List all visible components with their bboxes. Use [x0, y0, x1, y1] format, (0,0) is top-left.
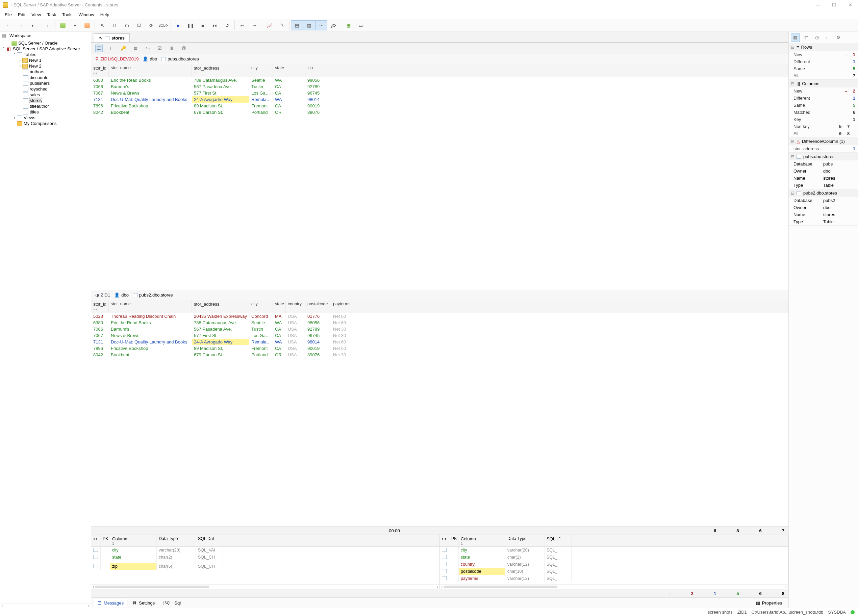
- tree-node-sales[interactable]: sales: [0, 92, 91, 98]
- table-row[interactable]: 6380Eric the Read Books788 Catamaugus Av…: [91, 77, 788, 84]
- undo-run-icon[interactable]: ↺: [221, 20, 233, 30]
- table-row[interactable]: 5023Thoreau Reading Discount Chain20435 …: [91, 313, 788, 320]
- table-row[interactable]: 7896Fricative Bookshop89 Madison St.Frem…: [91, 345, 788, 352]
- tree-node-titles[interactable]: titles: [0, 109, 91, 115]
- sync-left-icon[interactable]: ⇤: [236, 20, 248, 30]
- tree-node-stores[interactable]: stores: [0, 98, 91, 103]
- tree-node-new2[interactable]: ›New 2: [0, 63, 91, 69]
- hscroll-right[interactable]: ›: [88, 603, 90, 608]
- maximize-button[interactable]: ☐: [829, 2, 839, 8]
- menu-window[interactable]: Window: [76, 11, 96, 19]
- split-horizontal-icon[interactable]: ▤: [291, 20, 303, 30]
- schema-row[interactable]: postalcodechar(10)SQL_: [440, 568, 788, 575]
- db-add-button[interactable]: [57, 20, 69, 30]
- table-row[interactable]: 7896Fricative Bookshop89 Madison St.Frem…: [91, 103, 788, 109]
- window-icon[interactable]: ▭: [355, 20, 367, 30]
- chart-icon[interactable]: 📈: [263, 20, 276, 30]
- table-row[interactable]: 8042Bookbeat679 Carson St.PortlandOR8907…: [91, 109, 788, 115]
- prop-clock-icon[interactable]: ◷: [812, 33, 821, 42]
- prop-list-icon[interactable]: ≔: [823, 33, 832, 42]
- db-remove-button[interactable]: [81, 20, 93, 30]
- schema-row[interactable]: countryvarchar(12)SQL_: [440, 561, 788, 568]
- tree-node-views[interactable]: ›Views: [0, 115, 91, 121]
- grid-icon[interactable]: ▦: [342, 20, 355, 30]
- tab-messages[interactable]: ☰Messages: [94, 599, 127, 607]
- tree-node-new1[interactable]: ›New 1: [0, 57, 91, 63]
- nav-back-button[interactable]: ←: [2, 20, 14, 30]
- menu-view[interactable]: View: [29, 11, 44, 19]
- minimize-button[interactable]: —: [813, 2, 823, 8]
- save-icon[interactable]: 🖫: [133, 20, 145, 30]
- key2-icon[interactable]: 🗝: [144, 45, 151, 52]
- section-title: Columns: [802, 81, 819, 86]
- sql-refresh-icon[interactable]: SQL⟳: [157, 20, 169, 30]
- table-row[interactable]: 6380Eric the Read Books788 Catamaugus Av…: [91, 320, 788, 326]
- schema-row[interactable]: zipchar(5)SQL_CH: [91, 563, 440, 570]
- tree-node-tables[interactable]: ˅Tables: [0, 52, 91, 57]
- table-row[interactable]: 8042Bookbeat679 Carson St.PortlandORUSA8…: [91, 352, 788, 358]
- split-vertical-icon[interactable]: ▥: [303, 20, 315, 30]
- doc-icon[interactable]: 🗎: [168, 45, 176, 52]
- section-icon[interactable]: §⟳: [327, 20, 339, 30]
- table-row[interactable]: 7131Doc-U-Mat: Quality Laundry and Books…: [91, 339, 788, 345]
- hscroll-left[interactable]: ‹: [93, 584, 94, 589]
- key-icon[interactable]: 🔑: [120, 45, 127, 52]
- menu-edit[interactable]: Edit: [15, 11, 28, 19]
- tree-node-mycomparisons[interactable]: My Comparisons: [0, 121, 91, 126]
- tab-settings[interactable]: 🛠Settings: [129, 599, 159, 607]
- pause-icon[interactable]: ❚❚: [185, 20, 197, 30]
- prop-gear-icon[interactable]: ⚙: [834, 33, 843, 42]
- tree-node-oracle[interactable]: SQL Server / Oracle: [0, 40, 91, 46]
- table-row[interactable]: 7067News & Brews577 First St.Los GatosCA…: [91, 90, 788, 96]
- new-file-icon[interactable]: 🗋: [109, 20, 121, 30]
- menu-file[interactable]: File: [2, 11, 14, 19]
- table-row[interactable]: 7131Doc-U-Mat: Quality Laundry and Books…: [91, 96, 788, 103]
- nav-dropdown[interactable]: ▾: [26, 20, 39, 30]
- tab-sql[interactable]: SQLSql: [160, 599, 185, 607]
- open-folder-icon[interactable]: 🗀: [121, 20, 133, 30]
- schema-row[interactable]: statechar(2)SQL_CH: [91, 554, 440, 561]
- schema-row[interactable]: paytermsvarchar(12)SQL_: [440, 575, 788, 582]
- tree-node-sap[interactable]: ˅◧SQL Server / SAP Adaptive Server: [0, 46, 91, 52]
- tab-properties[interactable]: ▦Properties: [752, 599, 786, 607]
- db-dropdown[interactable]: ▾: [69, 20, 81, 30]
- hscroll-left[interactable]: ‹: [2, 603, 3, 608]
- check-icon[interactable]: ☑: [156, 45, 163, 52]
- menu-help[interactable]: Help: [98, 11, 112, 19]
- run-icon[interactable]: ▶: [172, 20, 185, 30]
- tree-node-discounts[interactable]: discounts: [0, 74, 91, 81]
- tree-node-authors[interactable]: authors: [0, 69, 91, 74]
- nav-forward-button[interactable]: →: [14, 20, 26, 30]
- menu-task[interactable]: Task: [44, 11, 59, 19]
- cursor-icon[interactable]: ↖: [96, 20, 109, 30]
- table-row[interactable]: 7066Barnum's567 Pasadena Ave.TustinCAUSA…: [91, 326, 788, 332]
- grid-color-icon[interactable]: ▦: [132, 45, 139, 52]
- tree-node-publishers[interactable]: publishers: [0, 81, 91, 86]
- schema-row[interactable]: cityvarchar(20)SQL_VAI: [91, 547, 440, 554]
- trend-icon[interactable]: 〽: [276, 20, 288, 30]
- hscroll-right[interactable]: ›: [437, 584, 438, 589]
- close-button[interactable]: ✕: [845, 2, 855, 8]
- step-icon[interactable]: ⏭: [209, 20, 221, 30]
- schema-row[interactable]: cityvarchar(20)SQL_: [440, 547, 788, 554]
- prop-grid-icon[interactable]: ▦: [791, 33, 800, 42]
- sync-right-icon[interactable]: ⇥: [248, 20, 260, 30]
- context-path: pubs2.dbo.stores: [139, 292, 173, 298]
- nav-up-button[interactable]: ↑: [42, 20, 54, 30]
- tab-stores[interactable]: ↖stores: [94, 33, 130, 42]
- tree-node-titleauthor[interactable]: titleauthor: [0, 103, 91, 109]
- hscroll-right[interactable]: ›: [785, 584, 787, 589]
- table-row[interactable]: 7066Barnum's567 Pasadena Ave.TustinCA927…: [91, 84, 788, 90]
- doc-lines-icon[interactable]: 🗐: [180, 45, 188, 52]
- table-row[interactable]: 7067News & Brews577 First St.Los GatosCA…: [91, 332, 788, 339]
- more-icon[interactable]: ⋯: [315, 20, 327, 30]
- schema-row[interactable]: statechar(2)SQL_: [440, 554, 788, 561]
- hscroll-left[interactable]: ‹: [441, 584, 443, 589]
- stop-icon[interactable]: ■: [197, 20, 209, 30]
- menu-tools[interactable]: Tools: [59, 11, 75, 19]
- view-rows-icon[interactable]: ☰: [95, 45, 103, 52]
- refresh-icon[interactable]: ⟳: [145, 20, 157, 30]
- tree-node-roysched[interactable]: roysched: [0, 86, 91, 92]
- view-detail-icon[interactable]: ▯: [107, 45, 115, 52]
- prop-flow-icon[interactable]: ⇄: [802, 33, 810, 42]
